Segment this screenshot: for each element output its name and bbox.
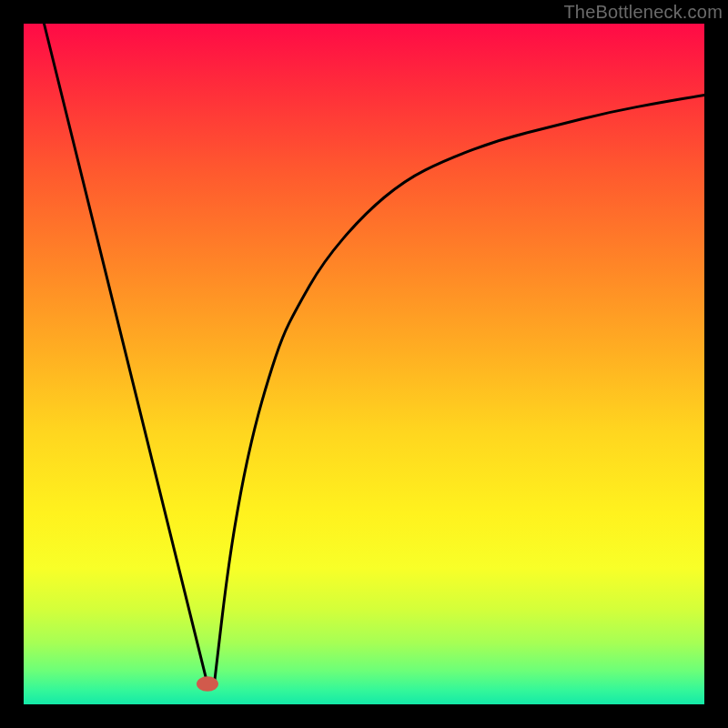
chart-container: TheBottleneck.com	[0, 0, 728, 728]
minimum-marker	[197, 676, 218, 691]
plot-background	[24, 24, 704, 704]
chart-svg	[0, 0, 728, 728]
watermark-text: TheBottleneck.com	[563, 2, 723, 23]
